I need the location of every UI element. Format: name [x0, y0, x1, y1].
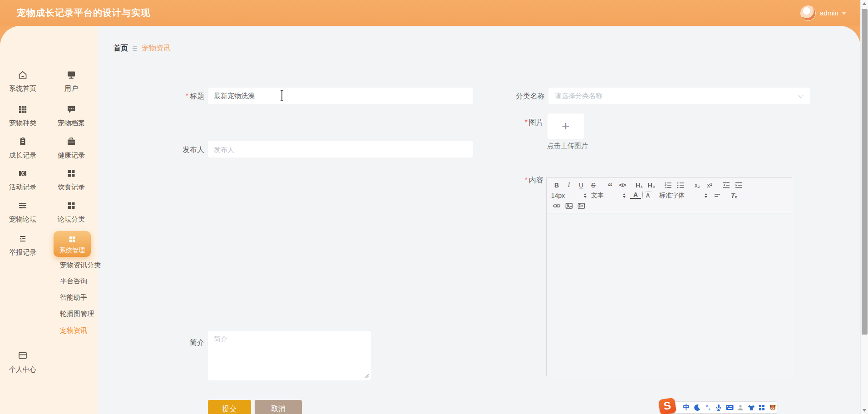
- sidebar-item-label: 宠物论坛: [0, 215, 45, 224]
- subscript-button[interactable]: x₂: [692, 180, 703, 190]
- grid-four-icon: [66, 168, 77, 179]
- publisher-label: 发布人: [136, 145, 204, 155]
- spinner-icon: [705, 193, 707, 198]
- sidebar: 系统首页 用户 宠物种类 宠物档案 成长记录 健康记录: [0, 26, 98, 414]
- intro-label: 简介: [150, 338, 204, 348]
- header-bar: 宠物成长记录平台的设计与实现 admin: [0, 0, 868, 26]
- microphone-icon[interactable]: [715, 403, 723, 412]
- format-select[interactable]: 文本: [591, 192, 626, 200]
- ime-chinese-mode[interactable]: 中: [682, 403, 690, 412]
- required-mark: *: [525, 176, 528, 184]
- insert-image-button[interactable]: [563, 201, 574, 211]
- ime-punctuation[interactable]: °,: [704, 403, 712, 412]
- avatar[interactable]: [800, 5, 816, 21]
- category-placeholder: 请选择分类名称: [548, 88, 810, 104]
- underline-button[interactable]: U: [576, 180, 587, 190]
- sidebar-item-system-management[interactable]: 系统管理: [54, 231, 91, 257]
- sidebar-item-label: 宠物档案: [49, 119, 94, 128]
- sidebar-item-label: 健康记录: [49, 151, 94, 160]
- font-size-select[interactable]: 14px: [551, 192, 587, 199]
- toolbox-grid-icon[interactable]: [758, 403, 766, 412]
- heading1-button[interactable]: H₁: [634, 180, 645, 190]
- sidebar-item-label: 成长记录: [0, 151, 45, 160]
- scroll-up-icon[interactable]: [863, 2, 866, 5]
- cancel-button[interactable]: 取消: [255, 400, 302, 414]
- superscript-button[interactable]: x²: [704, 180, 715, 190]
- align-button[interactable]: [712, 191, 723, 200]
- keyboard-icon[interactable]: [725, 403, 734, 412]
- image-upload-button[interactable]: +: [547, 113, 584, 139]
- sidebar-item-diet-records[interactable]: 饮食记录: [49, 168, 94, 192]
- ordered-list-button[interactable]: [663, 180, 674, 190]
- intro-textarea[interactable]: [208, 331, 371, 380]
- outdent-button[interactable]: [721, 180, 732, 190]
- sidebar-item-forum-categories[interactable]: 论坛分类: [49, 200, 94, 224]
- sogou-logo[interactable]: S: [658, 398, 676, 414]
- ime-toolbar: 中 °,: [671, 401, 777, 414]
- app-root: 宠物成长记录平台的设计与实现 admin 系统首页 用户 宠物种类 宠物档案: [0, 0, 868, 414]
- required-mark: *: [186, 92, 188, 100]
- sidebar-item-pet-forum[interactable]: 宠物论坛: [0, 200, 45, 224]
- category-select[interactable]: 请选择分类名称: [548, 88, 810, 104]
- submenu-item-smart-assistant[interactable]: 智能助手: [60, 293, 87, 302]
- title-input[interactable]: [208, 88, 473, 104]
- italic-button[interactable]: I: [563, 180, 574, 190]
- scrollbar[interactable]: [860, 0, 868, 414]
- rich-text-editor: B I U S “ </> H₁ H₂ x₂: [546, 177, 792, 377]
- text-color-button[interactable]: A: [630, 192, 641, 199]
- sidebar-item-users[interactable]: 用户: [49, 69, 94, 93]
- strikethrough-button[interactable]: S: [588, 180, 599, 190]
- sidebar-item-pet-files[interactable]: 宠物档案: [49, 104, 94, 128]
- submenu-item-carousel-management[interactable]: 轮播图管理: [60, 310, 94, 318]
- text-cursor: [279, 89, 285, 101]
- sidebar-item-label: 系统首页: [0, 84, 45, 93]
- monitor-icon: [66, 69, 77, 80]
- sidebar-item-activity-records[interactable]: 活动记录: [0, 168, 45, 192]
- submenu-item-pet-news[interactable]: 宠物资讯: [60, 326, 87, 335]
- grid-four-icon: [66, 200, 77, 211]
- sidebar-item-label: 举报记录: [0, 248, 45, 257]
- publisher-input[interactable]: [208, 141, 473, 158]
- title-label: *标题: [136, 92, 204, 101]
- sidebar-item-label: 论坛分类: [49, 215, 94, 224]
- sidebar-item-label: 饮食记录: [49, 183, 94, 192]
- pet-emoji-icon[interactable]: [769, 403, 777, 412]
- sidebar-item-report-records[interactable]: 举报记录: [0, 233, 45, 257]
- required-mark: *: [525, 118, 528, 126]
- link-button[interactable]: [551, 201, 562, 211]
- user-account-icon[interactable]: [736, 403, 745, 412]
- breadcrumb-current: 宠物资讯: [142, 44, 171, 53]
- sidebar-item-health-records[interactable]: 健康记录: [49, 136, 94, 160]
- breadcrumb-home[interactable]: 首页: [113, 44, 128, 53]
- blockquote-button[interactable]: “: [605, 180, 616, 190]
- submenu-item-news-categories[interactable]: 宠物资讯分类: [60, 261, 101, 270]
- sidebar-item-pet-types[interactable]: 宠物种类: [0, 104, 45, 128]
- clipboard-icon: [17, 136, 28, 147]
- editor-content-area[interactable]: [547, 213, 792, 378]
- ticket-icon: [17, 168, 28, 179]
- highlight-color-button[interactable]: A: [642, 192, 653, 199]
- insert-video-button[interactable]: [576, 201, 587, 211]
- chevron-down-icon[interactable]: [842, 12, 846, 15]
- font-family-select[interactable]: 标准字体: [659, 192, 707, 200]
- submenu-item-platform-consult[interactable]: 平台咨询: [60, 277, 87, 286]
- chat-bubble-icon: [66, 104, 77, 115]
- bold-button[interactable]: B: [551, 180, 562, 190]
- clear-format-button[interactable]: Tₓ: [729, 191, 740, 200]
- spinner-icon: [623, 193, 626, 198]
- outdent-list-icon: [17, 233, 28, 244]
- code-button[interactable]: </>: [617, 180, 628, 190]
- home-icon: [17, 69, 28, 80]
- indent-button[interactable]: [733, 180, 744, 190]
- submit-button[interactable]: 提交: [208, 400, 251, 414]
- scrollbar-thumb[interactable]: [862, 9, 868, 335]
- username-label[interactable]: admin: [820, 0, 838, 26]
- moon-icon[interactable]: [693, 403, 701, 412]
- skin-shirt-icon[interactable]: [747, 403, 755, 412]
- sidebar-item-growth-records[interactable]: 成长记录: [0, 136, 45, 160]
- heading2-button[interactable]: H₂: [646, 180, 657, 190]
- sidebar-item-profile[interactable]: 个人中心: [0, 350, 45, 374]
- sidebar-item-home[interactable]: 系统首页: [0, 69, 45, 93]
- scroll-down-icon[interactable]: [863, 409, 866, 412]
- bullet-list-button[interactable]: [675, 180, 686, 190]
